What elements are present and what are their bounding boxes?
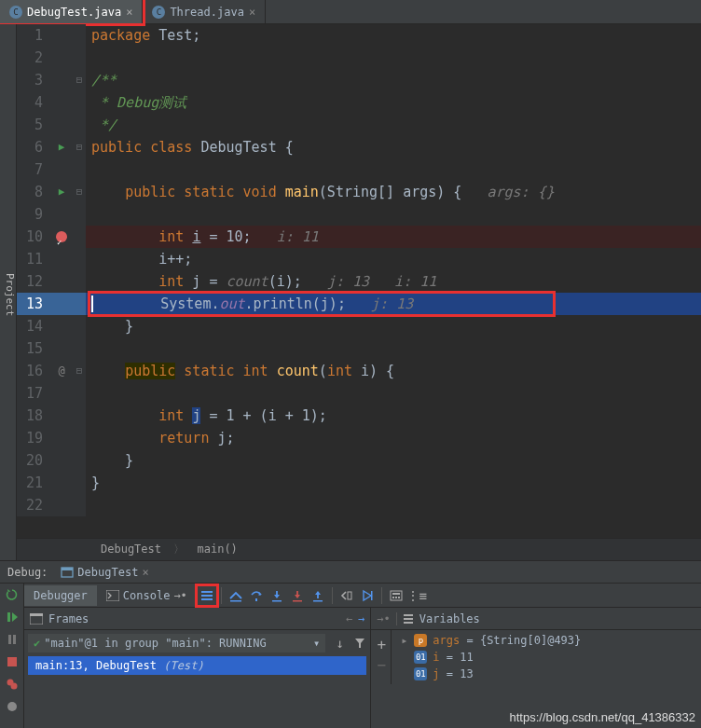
- run-to-cursor-button[interactable]: [357, 585, 378, 606]
- line-number[interactable]: 9: [17, 203, 50, 226]
- line-number[interactable]: 12: [17, 270, 50, 293]
- code-line[interactable]: 12 int j = count(i); j: 13 i: 11: [17, 270, 701, 293]
- gutter-icon[interactable]: [50, 337, 73, 360]
- fold-toggle[interactable]: [73, 427, 86, 449]
- code-text[interactable]: [86, 494, 701, 516]
- fold-toggle[interactable]: [73, 382, 86, 405]
- fold-toggle[interactable]: [73, 47, 86, 69]
- step-out-button[interactable]: [308, 585, 328, 606]
- code-area[interactable]: 1package Test;23⊟/**4 * Debug测试5 */6▶⊟pu…: [17, 24, 701, 538]
- debugger-tab[interactable]: Debugger: [24, 585, 97, 606]
- code-line[interactable]: 15: [17, 337, 701, 360]
- line-number[interactable]: 20: [17, 449, 50, 472]
- trace-button[interactable]: ⋮≡: [406, 585, 427, 606]
- fold-toggle[interactable]: [73, 449, 86, 472]
- gutter-icon[interactable]: [50, 427, 73, 449]
- gutter-icon[interactable]: [50, 226, 73, 248]
- mute-breakpoints-button[interactable]: [0, 695, 23, 718]
- code-text[interactable]: int j = 1 + (i + 1);: [86, 405, 701, 427]
- code-text[interactable]: [86, 47, 701, 69]
- force-step-into-button[interactable]: [287, 585, 308, 606]
- remove-watch-button[interactable]: −: [371, 654, 392, 675]
- fold-toggle[interactable]: ⊟: [73, 69, 86, 91]
- gutter-icon[interactable]: ▶: [50, 136, 73, 158]
- fold-toggle[interactable]: ⊟: [73, 181, 86, 203]
- gutter-icon[interactable]: [50, 248, 73, 270]
- code-line[interactable]: 5 */: [17, 114, 701, 136]
- gutter-icon[interactable]: ▶: [50, 181, 73, 203]
- line-number[interactable]: 7: [17, 158, 50, 181]
- code-text[interactable]: [86, 382, 701, 405]
- code-line[interactable]: 19 return j;: [17, 427, 701, 449]
- gutter-icon[interactable]: [50, 69, 73, 91]
- line-number[interactable]: 2: [17, 47, 50, 69]
- code-text[interactable]: }: [86, 449, 701, 472]
- line-number[interactable]: 5: [17, 114, 50, 136]
- gutter-icon[interactable]: [50, 382, 73, 405]
- code-text[interactable]: [86, 158, 701, 181]
- fold-toggle[interactable]: ⊟: [73, 360, 86, 382]
- code-text[interactable]: [86, 203, 701, 226]
- code-line[interactable]: 8▶⊟ public static void main(String[] arg…: [17, 181, 701, 203]
- tab-debugtest[interactable]: C DebugTest.java ×: [0, 0, 143, 23]
- code-text[interactable]: */: [86, 114, 701, 136]
- fold-toggle[interactable]: [73, 405, 86, 427]
- line-number[interactable]: 15: [17, 337, 50, 360]
- step-over-button[interactable]: [246, 585, 267, 606]
- debug-session-tab[interactable]: DebugTest ×: [55, 564, 154, 581]
- stop-button[interactable]: [0, 651, 23, 673]
- code-text[interactable]: public class DebugTest {: [86, 136, 701, 158]
- code-line[interactable]: 7: [17, 158, 701, 181]
- line-number[interactable]: 8: [17, 181, 50, 203]
- line-number[interactable]: 13: [17, 293, 50, 315]
- show-exec-point-button[interactable]: [226, 585, 246, 606]
- variable-row[interactable]: 01j = 13: [393, 666, 699, 682]
- tab-thread[interactable]: C Thread.java ×: [143, 0, 266, 23]
- line-number[interactable]: 14: [17, 315, 50, 337]
- code-text[interactable]: public static int count(int i) {: [86, 360, 701, 382]
- resume-button[interactable]: [0, 606, 23, 628]
- line-number[interactable]: 1: [17, 24, 50, 47]
- code-text[interactable]: System.out.println(j); j: 13: [86, 293, 701, 315]
- fold-toggle[interactable]: [73, 226, 86, 248]
- gutter-icon[interactable]: [50, 114, 73, 136]
- line-number[interactable]: 22: [17, 494, 50, 516]
- code-text[interactable]: i++;: [86, 248, 701, 270]
- line-number[interactable]: 6: [17, 136, 50, 158]
- gutter-icon[interactable]: @: [50, 360, 73, 382]
- fold-toggle[interactable]: [73, 315, 86, 337]
- thread-selector[interactable]: ✔ "main"@1 in group "main": RUNNING ▾: [28, 634, 325, 652]
- pause-button[interactable]: [0, 628, 23, 651]
- code-line[interactable]: 1package Test;: [17, 24, 701, 47]
- code-line[interactable]: 4 * Debug测试: [17, 91, 701, 114]
- code-line[interactable]: 2: [17, 47, 701, 69]
- code-text[interactable]: /**: [86, 69, 701, 91]
- gutter-icon[interactable]: [50, 24, 73, 47]
- view-breakpoints-button[interactable]: [0, 673, 23, 695]
- project-toolwindow-strip[interactable]: Project: [0, 24, 17, 560]
- code-text[interactable]: return j;: [86, 427, 701, 449]
- code-line[interactable]: 14 }: [17, 315, 701, 337]
- close-icon[interactable]: ×: [249, 6, 255, 19]
- line-number[interactable]: 11: [17, 248, 50, 270]
- code-line[interactable]: 11 i++;: [17, 248, 701, 270]
- code-text[interactable]: int i = 10; i: 11: [86, 226, 701, 248]
- filter-button[interactable]: [350, 633, 370, 653]
- gutter-icon[interactable]: [50, 494, 73, 516]
- code-line[interactable]: 13 System.out.println(j); j: 13: [17, 293, 701, 315]
- fold-toggle[interactable]: [73, 337, 86, 360]
- stack-frame[interactable]: main:13, DebugTest (Test): [28, 656, 366, 675]
- code-line[interactable]: 17: [17, 382, 701, 405]
- code-line[interactable]: 20 }: [17, 449, 701, 472]
- breadcrumb[interactable]: DebugTest 〉 main(): [17, 538, 701, 560]
- close-icon[interactable]: ×: [142, 566, 148, 579]
- gutter-icon[interactable]: [50, 91, 73, 114]
- prev-frame-button[interactable]: ←: [346, 612, 352, 625]
- gutter-icon[interactable]: [50, 158, 73, 181]
- fold-toggle[interactable]: [73, 114, 86, 136]
- line-number[interactable]: 21: [17, 472, 50, 494]
- line-number[interactable]: 19: [17, 427, 50, 449]
- fold-toggle[interactable]: [73, 248, 86, 270]
- code-line[interactable]: 22: [17, 494, 701, 516]
- console-tab[interactable]: Console →•: [97, 585, 197, 606]
